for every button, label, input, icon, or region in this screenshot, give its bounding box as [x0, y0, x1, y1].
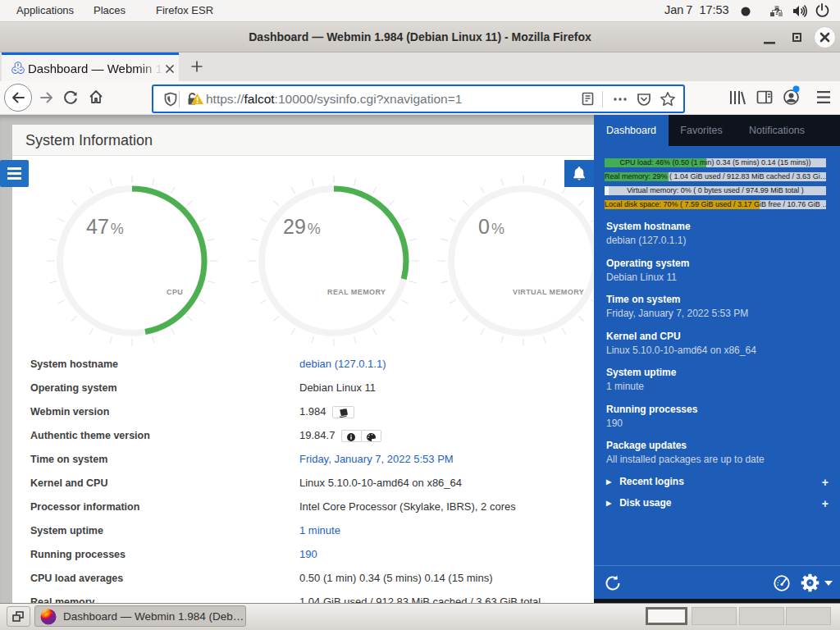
svg-text:?: ?: [774, 7, 780, 16]
